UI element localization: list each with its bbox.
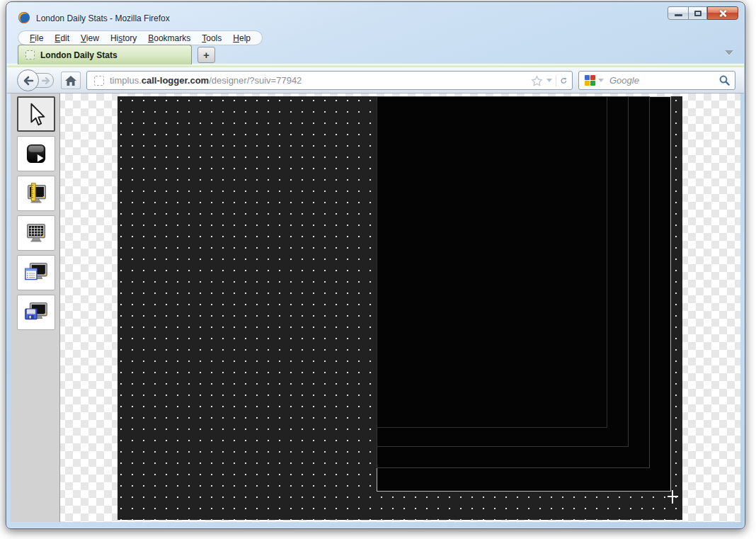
- label-part: iew: [86, 33, 99, 43]
- menu-tools[interactable]: Tools: [196, 33, 227, 43]
- tool-select-button[interactable]: [17, 96, 55, 132]
- tool-display-button[interactable]: [17, 136, 55, 171]
- tab-london-daily-stats[interactable]: London Daily Stats: [18, 45, 192, 64]
- search-box: [578, 71, 735, 90]
- search-magnifier-icon[interactable]: [718, 74, 731, 86]
- firefox-icon: [18, 11, 30, 24]
- label-part: dit: [60, 33, 69, 43]
- label-part: tory: [122, 33, 137, 43]
- minimize-icon: [675, 14, 682, 16]
- menu-bar: File Edit View History Bookmarks Tools H…: [18, 30, 263, 45]
- url-host: call-logger.com: [142, 75, 209, 86]
- new-tab-button[interactable]: +: [197, 47, 215, 63]
- maximize-icon: [694, 11, 701, 16]
- home-icon: [64, 75, 77, 86]
- label-part: ookmarks: [154, 33, 190, 43]
- url-text: timplus.call-logger.com/designer/?suiv=7…: [110, 75, 527, 86]
- home-button[interactable]: [61, 72, 81, 89]
- url-subdomain: timplus.: [110, 75, 142, 86]
- menu-view[interactable]: View: [75, 33, 105, 43]
- minimize-button[interactable]: [668, 6, 689, 20]
- menu-help[interactable]: Help: [227, 33, 256, 43]
- firefox-window: London Daily Stats - Mozilla Firefox Fil…: [6, 1, 745, 529]
- back-button[interactable]: [17, 69, 39, 91]
- maximize-button[interactable]: [689, 6, 707, 20]
- cursor-icon: [23, 101, 50, 127]
- menu-history[interactable]: History: [105, 33, 142, 43]
- tool-grid-button[interactable]: [17, 215, 55, 251]
- screen-ruler-icon: [23, 180, 50, 207]
- site-favicon-placeholder-icon: [94, 76, 104, 86]
- designer-canvas[interactable]: [118, 96, 682, 520]
- screen-save-icon: [23, 299, 50, 326]
- label-accesskey: H: [233, 33, 239, 43]
- screen-list-icon: [23, 259, 50, 286]
- close-button[interactable]: [707, 6, 738, 20]
- label-part: ile: [35, 33, 43, 43]
- tab-label: London Daily Stats: [40, 50, 118, 60]
- window-title: London Daily Stats - Mozilla Firefox: [36, 13, 170, 23]
- bookmark-star-icon[interactable]: [531, 75, 543, 86]
- bookmark-dropdown-icon[interactable]: [546, 79, 552, 82]
- label-part: ools: [206, 33, 222, 43]
- designer-tool-palette: [11, 93, 60, 522]
- list-all-tabs-chevron-icon[interactable]: [725, 50, 733, 55]
- search-engine-dropdown-icon[interactable]: [598, 79, 604, 82]
- crosshair-cursor: [672, 490, 673, 504]
- page-content: [11, 93, 740, 522]
- menu-bookmarks[interactable]: Bookmarks: [142, 33, 196, 43]
- navigation-toolbar: timplus.call-logger.com/designer/?suiv=7…: [7, 67, 744, 93]
- label-part: Hi: [110, 33, 118, 43]
- url-bar[interactable]: timplus.call-logger.com/designer/?suiv=7…: [86, 71, 573, 90]
- title-bar: London Daily Stats - Mozilla Firefox: [6, 2, 745, 29]
- reload-icon[interactable]: [556, 75, 568, 86]
- url-path: /designer/?suiv=77942: [209, 75, 302, 86]
- forward-arrow-icon: [42, 76, 52, 85]
- tool-screen-size-button[interactable]: [17, 176, 55, 211]
- window-controls: [668, 6, 738, 20]
- drawn-rectangle-1[interactable]: [377, 96, 607, 428]
- label-part: elp: [239, 33, 251, 43]
- label-accesskey: V: [81, 33, 86, 43]
- urlbar-icons: [527, 75, 568, 86]
- close-icon: [718, 9, 727, 18]
- tool-properties-button[interactable]: [17, 255, 55, 290]
- tab-favicon-placeholder-icon: [25, 50, 35, 59]
- google-logo-icon: [585, 75, 595, 86]
- screen-play-icon: [23, 140, 50, 167]
- menu-file[interactable]: File: [24, 33, 49, 43]
- screen-grid-icon: [23, 220, 50, 246]
- menu-edit[interactable]: Edit: [49, 33, 75, 43]
- tool-save-button[interactable]: [17, 295, 55, 330]
- search-input[interactable]: [609, 75, 718, 86]
- back-arrow-icon: [23, 76, 34, 86]
